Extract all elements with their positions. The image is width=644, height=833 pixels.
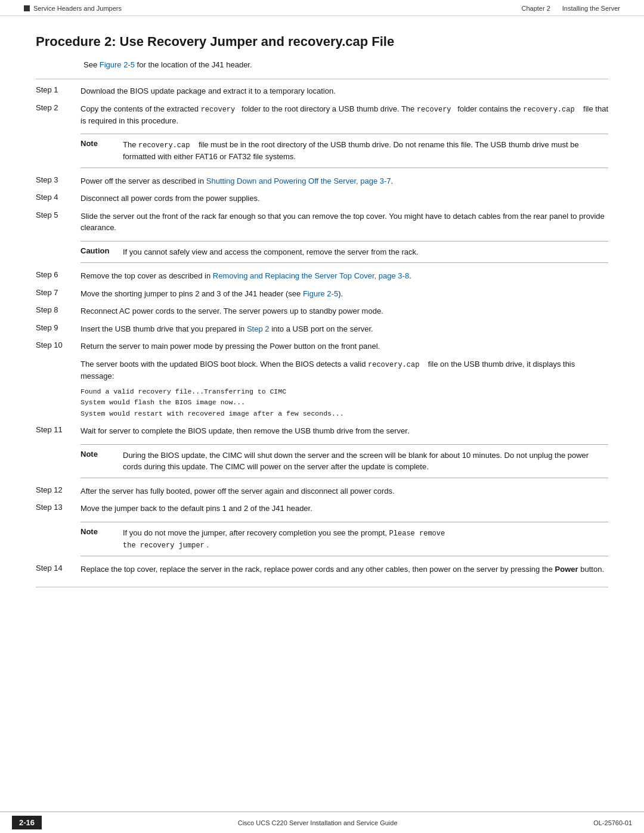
caution-1-text: If you cannot safely view and access the… bbox=[123, 246, 419, 258]
content-area: Procedure 2: Use Recovery Jumper and rec… bbox=[0, 16, 644, 812]
note-2-inner: Note During the BIOS update, the CIMC wi… bbox=[80, 450, 608, 473]
step-8-row: Step 8 Reconnect AC power cords to the s… bbox=[36, 305, 608, 317]
figure-2-5-link-intro[interactable]: Figure 2-5 bbox=[100, 60, 135, 69]
step-10-row: Step 10 Return the server to main power … bbox=[36, 340, 608, 352]
step-12-label: Step 12 bbox=[36, 485, 80, 494]
note-2-text: During the BIOS update, the CIMC will sh… bbox=[123, 450, 608, 473]
code-recovery-cap-step10: recovery.cap bbox=[368, 361, 419, 369]
mono-block: Found a valid recovery file...Transferri… bbox=[80, 386, 608, 419]
step-7-content: Move the shorting jumper to pins 2 and 3… bbox=[80, 288, 608, 300]
step-8-content: Reconnect AC power cords to the server. … bbox=[80, 305, 608, 317]
step-14-row: Step 14 Replace the top cover, replace t… bbox=[36, 563, 608, 575]
section-title: Procedure 2: Use Recovery Jumper and rec… bbox=[36, 34, 608, 49]
shutting-down-link[interactable]: Shutting Down and Powering Off the Serve… bbox=[206, 176, 391, 185]
mono-line-2: System would flash the BIOS image now... bbox=[80, 397, 608, 408]
step-13-content: Move the jumper back to the default pins… bbox=[80, 503, 608, 515]
note-3-text: If you do not move the jumper, after rec… bbox=[123, 527, 445, 551]
intro-paragraph: See Figure 2-5 for the location of the J… bbox=[83, 60, 608, 69]
step-11-label: Step 11 bbox=[36, 425, 80, 434]
intro-text-after: for the location of the J41 header. bbox=[135, 60, 252, 69]
note-1-label: Note bbox=[80, 139, 113, 148]
header-icon bbox=[24, 5, 30, 11]
note-2-box: Note During the BIOS update, the CIMC wi… bbox=[80, 444, 608, 478]
page: Service Headers and Jumpers Chapter 2 In… bbox=[0, 0, 644, 833]
code-recovery-1: recovery bbox=[201, 106, 236, 114]
step-6-row: Step 6 Remove the top cover as described… bbox=[36, 270, 608, 282]
note-2-label: Note bbox=[80, 450, 113, 459]
step-9-row: Step 9 Insert the USB thumb drive that y… bbox=[36, 323, 608, 335]
page-number: 2-16 bbox=[12, 816, 42, 829]
step-7-row: Step 7 Move the shorting jumper to pins … bbox=[36, 288, 608, 300]
step-11-content: Wait for server to complete the BIOS upd… bbox=[80, 425, 608, 437]
note-3-label: Note bbox=[80, 527, 113, 536]
step-2-label: Step 2 bbox=[36, 103, 80, 112]
page-header: Service Headers and Jumpers Chapter 2 In… bbox=[0, 0, 644, 16]
step-3-content: Power off the server as described in Shu… bbox=[80, 175, 608, 187]
step-9-content: Insert the USB thumb drive that you prep… bbox=[80, 323, 608, 335]
note-1-text: The recovery.cap file must be in the roo… bbox=[123, 139, 608, 163]
header-right: Chapter 2 Installing the Server bbox=[521, 5, 620, 12]
step-5-row: Step 5 Slide the server out the front of… bbox=[36, 210, 608, 234]
breadcrumb-area: Service Headers and Jumpers bbox=[24, 5, 122, 12]
step-10-content: Return the server to main power mode by … bbox=[80, 340, 608, 352]
code-please-remove: Please removethe recovery jumper bbox=[123, 529, 445, 550]
caution-1-inner: Caution If you cannot safely view and ac… bbox=[80, 246, 608, 258]
note-3-box: Note If you do not move the jumper, afte… bbox=[80, 522, 608, 556]
step-2-link[interactable]: Step 2 bbox=[247, 324, 270, 333]
chapter-title: Installing the Server bbox=[562, 5, 620, 12]
step-2-row: Step 2 Copy the contents of the extracte… bbox=[36, 103, 608, 127]
page-footer: 2-16 Cisco UCS C220 Server Installation … bbox=[0, 812, 644, 833]
step-11-row: Step 11 Wait for server to complete the … bbox=[36, 425, 608, 437]
note-1-box: Note The recovery.cap file must be in th… bbox=[80, 134, 608, 168]
step-14-content: Replace the top cover, replace the serve… bbox=[80, 563, 608, 575]
step-2-content: Copy the contents of the extracted recov… bbox=[80, 103, 608, 127]
step-6-content: Remove the top cover as described in Rem… bbox=[80, 270, 608, 282]
step-10-sub: The server boots with the updated BIOS b… bbox=[80, 358, 608, 382]
note-1-inner: Note The recovery.cap file must be in th… bbox=[80, 139, 608, 163]
step-9-label: Step 9 bbox=[36, 323, 80, 332]
step-3-row: Step 3 Power off the server as described… bbox=[36, 175, 608, 187]
footer-doc-name: Cisco UCS C220 Server Installation and S… bbox=[42, 819, 593, 826]
step-4-content: Disconnect all power cords from the powe… bbox=[80, 193, 608, 205]
step-6-label: Step 6 bbox=[36, 270, 80, 279]
figure-2-5-link-step7[interactable]: Figure 2-5 bbox=[303, 289, 338, 298]
step-4-label: Step 4 bbox=[36, 193, 80, 202]
chapter-label: Chapter 2 bbox=[521, 5, 550, 12]
step-14-label: Step 14 bbox=[36, 563, 80, 572]
code-recovery-2: recovery bbox=[417, 106, 451, 114]
code-recovery-cap-1: recovery.cap bbox=[523, 106, 574, 114]
note-3-inner: Note If you do not move the jumper, afte… bbox=[80, 527, 608, 551]
step-1-content: Download the BIOS update package and ext… bbox=[80, 85, 608, 97]
step-1-row: Step 1 Download the BIOS update package … bbox=[36, 85, 608, 97]
step-8-label: Step 8 bbox=[36, 305, 80, 314]
step-7-label: Step 7 bbox=[36, 288, 80, 297]
step-10-label: Step 10 bbox=[36, 340, 80, 349]
step-3-label: Step 3 bbox=[36, 175, 80, 184]
code-recovery-cap-note1: recovery.cap bbox=[138, 141, 190, 150]
step-4-row: Step 4 Disconnect all power cords from t… bbox=[36, 193, 608, 205]
step-5-label: Step 5 bbox=[36, 210, 80, 219]
breadcrumb: Service Headers and Jumpers bbox=[33, 5, 122, 12]
intro-text-before: See bbox=[83, 60, 100, 69]
mono-line-1: Found a valid recovery file...Transferri… bbox=[80, 386, 608, 397]
step-5-content: Slide the server out the front of the ra… bbox=[80, 210, 608, 234]
step-1-label: Step 1 bbox=[36, 85, 80, 94]
step-13-label: Step 13 bbox=[36, 503, 80, 512]
caution-1-label: Caution bbox=[80, 246, 113, 255]
footer-doc-id: OL-25760-01 bbox=[593, 819, 632, 826]
mono-line-3: System would restart with recovered imag… bbox=[80, 408, 608, 419]
step-12-row: Step 12 After the server has fully boote… bbox=[36, 485, 608, 497]
caution-1-box: Caution If you cannot safely view and ac… bbox=[80, 241, 608, 264]
step-13-row: Step 13 Move the jumper back to the defa… bbox=[36, 503, 608, 515]
removing-replacing-link[interactable]: Removing and Replacing the Server Top Co… bbox=[213, 271, 409, 280]
step-12-content: After the server has fully booted, power… bbox=[80, 485, 608, 497]
